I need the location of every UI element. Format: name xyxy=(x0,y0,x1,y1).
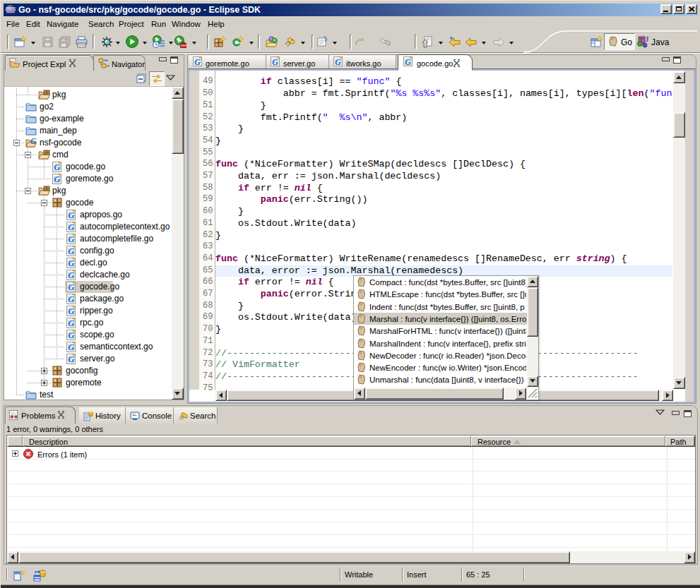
svg-text:G: G xyxy=(54,162,61,172)
svg-text:G: G xyxy=(68,306,75,316)
svg-text:J: J xyxy=(645,35,649,43)
svg-text:G: G xyxy=(405,57,411,67)
svg-text:G: G xyxy=(68,270,75,280)
svg-text:G: G xyxy=(335,57,341,67)
svg-text:G: G xyxy=(68,318,75,328)
svg-text:G: G xyxy=(194,57,201,67)
svg-text:G: G xyxy=(68,210,75,220)
svg-text:G: G xyxy=(272,57,278,67)
svg-text:G: G xyxy=(68,258,75,268)
svg-text:G: G xyxy=(68,282,75,292)
svg-text:G: G xyxy=(54,174,61,184)
svg-text:G: G xyxy=(68,234,75,244)
svg-text:G: G xyxy=(30,138,37,146)
svg-text:G: G xyxy=(68,354,75,364)
svg-text:G: G xyxy=(68,294,75,304)
svg-text:G: G xyxy=(68,342,75,352)
svg-text:G: G xyxy=(68,222,75,232)
svg-text:G: G xyxy=(68,330,75,340)
svg-text:G: G xyxy=(68,246,75,256)
